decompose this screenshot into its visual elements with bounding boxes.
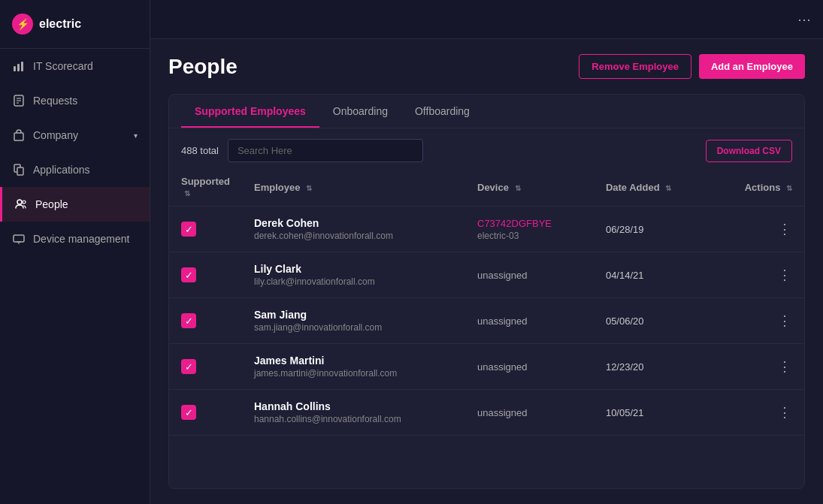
sort-device-icon: ⇅ <box>515 184 521 192</box>
sidebar-item-label: Device management <box>33 233 129 245</box>
svg-rect-0 <box>14 66 16 71</box>
svg-rect-7 <box>14 133 23 140</box>
actions-cell[interactable]: ⋮ <box>711 298 804 344</box>
actions-cell[interactable]: ⋮ <box>711 252 804 298</box>
remove-employee-button[interactable]: Remove Employee <box>579 54 691 79</box>
sidebar-item-applications[interactable]: Applications <box>0 152 150 187</box>
main-content: ⋯ People Remove Employee Add an Employee… <box>150 0 823 504</box>
sidebar-item-label: People <box>35 198 68 210</box>
date-added-value: 12/23/20 <box>606 361 644 373</box>
actions-cell[interactable]: ⋮ <box>711 344 804 390</box>
employee-email: lily.clark@innovationforall.com <box>254 276 453 287</box>
chevron-down-icon: ▾ <box>134 131 138 140</box>
employee-cell: James Martinijames.martini@innovationfor… <box>242 344 465 390</box>
device-cell: unassigned <box>465 390 594 436</box>
sort-supported-icon: ⇅ <box>184 189 190 198</box>
sidebar-item-people[interactable]: People <box>0 187 150 222</box>
device-unassigned: unassigned <box>477 315 582 327</box>
employee-name: Derek Cohen <box>254 217 453 229</box>
table-controls: 488 total Download CSV <box>169 128 804 168</box>
top-bar-menu-icon[interactable]: ⋯ <box>797 11 811 28</box>
employee-cell: Hannah Collinshannah.collins@innovationf… <box>242 390 465 436</box>
sidebar-item-label: Company <box>33 129 78 141</box>
supported-checkbox[interactable]: ✓ <box>181 222 196 237</box>
supported-checkbox[interactable]: ✓ <box>181 313 196 328</box>
device-cell: unassigned <box>465 252 594 298</box>
sidebar: ⚡ electric IT Scorecard Requests <box>0 0 150 504</box>
supported-cell[interactable]: ✓ <box>169 390 242 436</box>
col-date-added[interactable]: Date Added ⇅ <box>594 168 711 207</box>
sidebar-item-company[interactable]: Company ▾ <box>0 118 150 152</box>
device-unassigned: unassigned <box>477 361 582 373</box>
people-icon <box>14 198 28 211</box>
employee-cell: Sam Jiangsam.jiang@innovationforall.com <box>242 298 465 344</box>
row-actions-menu-icon[interactable]: ⋮ <box>778 313 792 328</box>
sidebar-item-it-scorecard[interactable]: IT Scorecard <box>0 49 150 83</box>
table-row: ✓Lily Clarklily.clark@innovationforall.c… <box>169 252 804 298</box>
device-cell: unassigned <box>465 344 594 390</box>
total-count: 488 total <box>181 145 219 156</box>
tabs-bar: Supported Employees Onboarding Offboardi… <box>169 95 804 128</box>
supported-checkbox[interactable]: ✓ <box>181 359 196 374</box>
company-icon <box>12 128 26 142</box>
col-supported[interactable]: Supported ⇅ <box>169 168 242 207</box>
sidebar-item-device-management[interactable]: Device management <box>0 222 150 256</box>
employee-email: derek.cohen@innovationforall.com <box>254 231 453 241</box>
people-card: Supported Employees Onboarding Offboardi… <box>168 94 805 489</box>
device-id-link[interactable]: C73742DGFBYE <box>477 218 582 229</box>
row-actions-menu-icon[interactable]: ⋮ <box>778 267 792 282</box>
actions-cell[interactable]: ⋮ <box>711 207 804 252</box>
svg-rect-12 <box>14 235 24 242</box>
supported-checkbox[interactable]: ✓ <box>181 267 196 282</box>
app-logo: ⚡ electric <box>0 0 150 49</box>
col-employee[interactable]: Employee ⇅ <box>242 168 465 207</box>
header-actions: Remove Employee Add an Employee <box>579 54 805 79</box>
supported-cell[interactable]: ✓ <box>169 344 242 390</box>
employee-email: james.martini@innovationforall.com <box>254 368 453 379</box>
logo-icon: ⚡ <box>12 14 33 35</box>
date-added-cell: 06/28/19 <box>594 207 711 252</box>
employee-name: Sam Jiang <box>254 309 453 321</box>
logo-text: electric <box>39 17 81 31</box>
content-area: People Remove Employee Add an Employee S… <box>150 39 823 504</box>
date-added-cell: 10/05/21 <box>594 390 711 436</box>
device-unassigned: unassigned <box>477 270 582 281</box>
search-input[interactable] <box>228 139 423 162</box>
date-added-value: 04/14/21 <box>606 270 644 281</box>
sort-date-icon: ⇅ <box>665 184 671 192</box>
supported-cell[interactable]: ✓ <box>169 252 242 298</box>
download-csv-button[interactable]: Download CSV <box>706 140 792 162</box>
table-body: ✓Derek Cohenderek.cohen@innovationforall… <box>169 207 804 436</box>
tab-onboarding[interactable]: Onboarding <box>319 95 401 128</box>
svg-point-10 <box>17 200 22 204</box>
supported-cell[interactable]: ✓ <box>169 298 242 344</box>
date-added-value: 06/28/19 <box>606 224 644 235</box>
device-name: electric-03 <box>477 231 582 241</box>
col-device[interactable]: Device ⇅ <box>465 168 594 207</box>
sidebar-item-label: Applications <box>33 164 90 176</box>
employee-cell: Lily Clarklily.clark@innovationforall.co… <box>242 252 465 298</box>
sort-actions-icon: ⇅ <box>786 184 792 192</box>
top-bar: ⋯ <box>150 0 823 39</box>
actions-cell[interactable]: ⋮ <box>711 390 804 436</box>
row-actions-menu-icon[interactable]: ⋮ <box>778 405 792 420</box>
table-header-row: Supported ⇅ Employee ⇅ Device ⇅ <box>169 168 804 207</box>
supported-checkbox[interactable]: ✓ <box>181 405 196 420</box>
supported-cell[interactable]: ✓ <box>169 207 242 252</box>
date-added-value: 05/06/20 <box>606 315 644 327</box>
page-header: People Remove Employee Add an Employee <box>168 54 805 79</box>
device-management-icon <box>12 232 26 246</box>
tab-supported-employees[interactable]: Supported Employees <box>181 95 319 128</box>
table-row: ✓Hannah Collinshannah.collins@innovation… <box>169 390 804 436</box>
employee-table: Supported ⇅ Employee ⇅ Device ⇅ <box>169 168 804 436</box>
row-actions-menu-icon[interactable]: ⋮ <box>778 222 792 237</box>
employee-name: Hannah Collins <box>254 400 453 412</box>
table-row: ✓James Martinijames.martini@innovationfo… <box>169 344 804 390</box>
add-employee-button[interactable]: Add an Employee <box>699 54 805 79</box>
sidebar-item-requests[interactable]: Requests <box>0 83 150 118</box>
row-actions-menu-icon[interactable]: ⋮ <box>778 359 792 374</box>
date-added-cell: 05/06/20 <box>594 298 711 344</box>
employee-name: James Martini <box>254 355 453 367</box>
col-actions[interactable]: Actions ⇅ <box>711 168 804 207</box>
tab-offboarding[interactable]: Offboarding <box>401 95 483 128</box>
